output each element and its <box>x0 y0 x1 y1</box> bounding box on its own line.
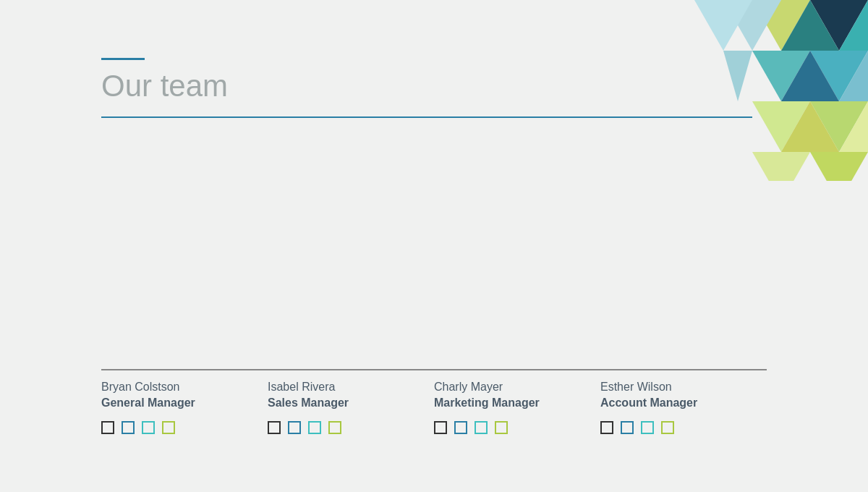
member-line-bryan <box>101 369 268 370</box>
divider-line <box>101 116 752 118</box>
social-icon-3-isabel[interactable] <box>308 421 321 434</box>
social-icon-4-isabel[interactable] <box>328 421 341 434</box>
social-icon-1-isabel[interactable] <box>268 421 281 434</box>
team-member-isabel: Isabel Rivera Sales Manager <box>268 369 434 434</box>
accent-line <box>101 58 145 60</box>
member-name-isabel: Isabel Rivera <box>268 381 434 394</box>
member-name-charly: Charly Mayer <box>434 381 600 394</box>
social-icon-3-esther[interactable] <box>641 421 654 434</box>
member-line-esther <box>600 369 767 370</box>
social-icon-4-esther[interactable] <box>661 421 674 434</box>
social-icon-3-charly[interactable] <box>475 421 488 434</box>
social-icon-4-charly[interactable] <box>495 421 508 434</box>
team-member-charly: Charly Mayer Marketing Manager <box>434 369 600 434</box>
social-icons-isabel <box>268 421 434 434</box>
team-member-esther: Esther Wilson Account Manager <box>600 369 767 434</box>
social-icon-1-bryan[interactable] <box>101 421 114 434</box>
social-icons-bryan <box>101 421 268 434</box>
social-icon-3-bryan[interactable] <box>142 421 155 434</box>
member-line-charly <box>434 369 600 370</box>
social-icon-2-bryan[interactable] <box>122 421 135 434</box>
page-title: Our team <box>101 69 752 103</box>
social-icon-2-esther[interactable] <box>621 421 634 434</box>
main-content: Our team <box>101 58 752 118</box>
svg-marker-14 <box>810 152 868 181</box>
member-role-esther: Account Manager <box>600 396 767 410</box>
social-icon-4-bryan[interactable] <box>162 421 175 434</box>
social-icon-1-charly[interactable] <box>434 421 447 434</box>
member-name-esther: Esther Wilson <box>600 381 767 394</box>
social-icon-2-isabel[interactable] <box>288 421 301 434</box>
social-icon-1-esther[interactable] <box>600 421 613 434</box>
team-section: Bryan Colstson General Manager Isabel Ri… <box>101 369 767 434</box>
member-role-isabel: Sales Manager <box>268 396 434 410</box>
member-name-bryan: Bryan Colstson <box>101 381 268 394</box>
team-member-bryan: Bryan Colstson General Manager <box>101 369 268 434</box>
svg-marker-13 <box>752 152 810 181</box>
member-role-bryan: General Manager <box>101 396 268 410</box>
social-icons-esther <box>600 421 767 434</box>
member-role-charly: Marketing Manager <box>434 396 600 410</box>
member-line-isabel <box>268 369 434 370</box>
social-icon-2-charly[interactable] <box>454 421 467 434</box>
social-icons-charly <box>434 421 600 434</box>
